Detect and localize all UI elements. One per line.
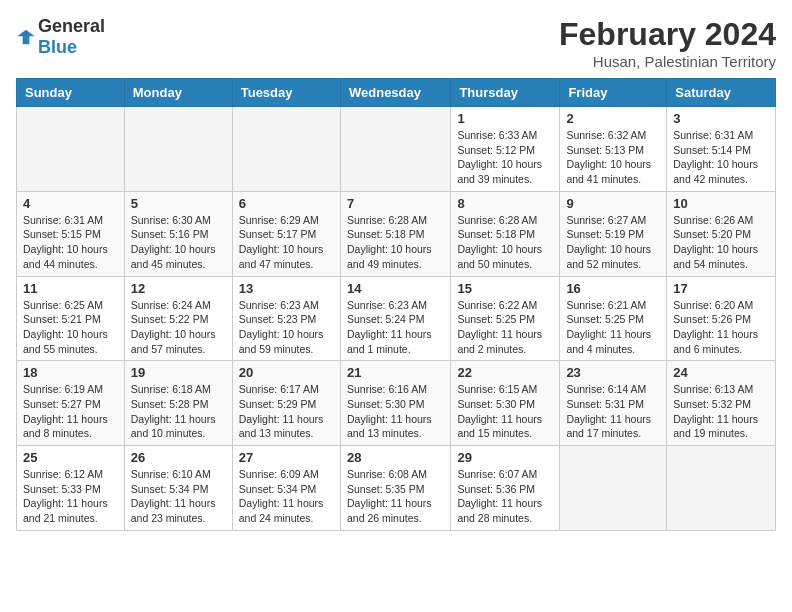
table-row: 29Sunrise: 6:07 AM Sunset: 5:36 PM Dayli…: [451, 446, 560, 531]
logo: General Blue: [16, 16, 105, 58]
table-row: 16Sunrise: 6:21 AM Sunset: 5:25 PM Dayli…: [560, 276, 667, 361]
day-info: Sunrise: 6:23 AM Sunset: 5:24 PM Dayligh…: [347, 298, 444, 357]
day-number: 12: [131, 281, 226, 296]
table-row: 9Sunrise: 6:27 AM Sunset: 5:19 PM Daylig…: [560, 191, 667, 276]
day-info: Sunrise: 6:16 AM Sunset: 5:30 PM Dayligh…: [347, 382, 444, 441]
header-thursday: Thursday: [451, 79, 560, 107]
day-number: 19: [131, 365, 226, 380]
table-row: [667, 446, 776, 531]
day-number: 28: [347, 450, 444, 465]
table-row: [124, 107, 232, 192]
day-info: Sunrise: 6:29 AM Sunset: 5:17 PM Dayligh…: [239, 213, 334, 272]
table-row: 20Sunrise: 6:17 AM Sunset: 5:29 PM Dayli…: [232, 361, 340, 446]
day-number: 16: [566, 281, 660, 296]
logo-bird-icon: [16, 27, 36, 47]
calendar-location: Husan, Palestinian Territory: [559, 53, 776, 70]
day-info: Sunrise: 6:12 AM Sunset: 5:33 PM Dayligh…: [23, 467, 118, 526]
day-info: Sunrise: 6:25 AM Sunset: 5:21 PM Dayligh…: [23, 298, 118, 357]
day-number: 5: [131, 196, 226, 211]
day-info: Sunrise: 6:13 AM Sunset: 5:32 PM Dayligh…: [673, 382, 769, 441]
day-number: 14: [347, 281, 444, 296]
calendar-week-3: 11Sunrise: 6:25 AM Sunset: 5:21 PM Dayli…: [17, 276, 776, 361]
day-number: 15: [457, 281, 553, 296]
table-row: 5Sunrise: 6:30 AM Sunset: 5:16 PM Daylig…: [124, 191, 232, 276]
day-info: Sunrise: 6:23 AM Sunset: 5:23 PM Dayligh…: [239, 298, 334, 357]
page-header: General Blue February 2024 Husan, Palest…: [16, 16, 776, 70]
day-number: 24: [673, 365, 769, 380]
day-info: Sunrise: 6:09 AM Sunset: 5:34 PM Dayligh…: [239, 467, 334, 526]
header-tuesday: Tuesday: [232, 79, 340, 107]
day-number: 25: [23, 450, 118, 465]
day-number: 26: [131, 450, 226, 465]
svg-marker-0: [17, 30, 34, 45]
calendar-week-2: 4Sunrise: 6:31 AM Sunset: 5:15 PM Daylig…: [17, 191, 776, 276]
day-number: 23: [566, 365, 660, 380]
table-row: 21Sunrise: 6:16 AM Sunset: 5:30 PM Dayli…: [340, 361, 450, 446]
calendar-week-4: 18Sunrise: 6:19 AM Sunset: 5:27 PM Dayli…: [17, 361, 776, 446]
table-row: [17, 107, 125, 192]
day-info: Sunrise: 6:28 AM Sunset: 5:18 PM Dayligh…: [457, 213, 553, 272]
table-row: 27Sunrise: 6:09 AM Sunset: 5:34 PM Dayli…: [232, 446, 340, 531]
title-block: February 2024 Husan, Palestinian Territo…: [559, 16, 776, 70]
table-row: 7Sunrise: 6:28 AM Sunset: 5:18 PM Daylig…: [340, 191, 450, 276]
header-saturday: Saturday: [667, 79, 776, 107]
day-number: 7: [347, 196, 444, 211]
table-row: 14Sunrise: 6:23 AM Sunset: 5:24 PM Dayli…: [340, 276, 450, 361]
day-number: 29: [457, 450, 553, 465]
table-row: 10Sunrise: 6:26 AM Sunset: 5:20 PM Dayli…: [667, 191, 776, 276]
calendar-title: February 2024: [559, 16, 776, 53]
table-row: 18Sunrise: 6:19 AM Sunset: 5:27 PM Dayli…: [17, 361, 125, 446]
table-row: 12Sunrise: 6:24 AM Sunset: 5:22 PM Dayli…: [124, 276, 232, 361]
day-number: 6: [239, 196, 334, 211]
day-number: 21: [347, 365, 444, 380]
day-number: 27: [239, 450, 334, 465]
day-info: Sunrise: 6:31 AM Sunset: 5:14 PM Dayligh…: [673, 128, 769, 187]
calendar-week-5: 25Sunrise: 6:12 AM Sunset: 5:33 PM Dayli…: [17, 446, 776, 531]
day-info: Sunrise: 6:24 AM Sunset: 5:22 PM Dayligh…: [131, 298, 226, 357]
day-info: Sunrise: 6:22 AM Sunset: 5:25 PM Dayligh…: [457, 298, 553, 357]
table-row: 15Sunrise: 6:22 AM Sunset: 5:25 PM Dayli…: [451, 276, 560, 361]
day-number: 17: [673, 281, 769, 296]
day-number: 18: [23, 365, 118, 380]
weekday-header-row: Sunday Monday Tuesday Wednesday Thursday…: [17, 79, 776, 107]
table-row: [560, 446, 667, 531]
day-number: 9: [566, 196, 660, 211]
logo-text-blue: Blue: [38, 37, 77, 57]
table-row: 22Sunrise: 6:15 AM Sunset: 5:30 PM Dayli…: [451, 361, 560, 446]
table-row: 2Sunrise: 6:32 AM Sunset: 5:13 PM Daylig…: [560, 107, 667, 192]
table-row: 1Sunrise: 6:33 AM Sunset: 5:12 PM Daylig…: [451, 107, 560, 192]
table-row: 17Sunrise: 6:20 AM Sunset: 5:26 PM Dayli…: [667, 276, 776, 361]
day-info: Sunrise: 6:31 AM Sunset: 5:15 PM Dayligh…: [23, 213, 118, 272]
table-row: 19Sunrise: 6:18 AM Sunset: 5:28 PM Dayli…: [124, 361, 232, 446]
day-number: 22: [457, 365, 553, 380]
day-info: Sunrise: 6:18 AM Sunset: 5:28 PM Dayligh…: [131, 382, 226, 441]
table-row: 23Sunrise: 6:14 AM Sunset: 5:31 PM Dayli…: [560, 361, 667, 446]
table-row: 26Sunrise: 6:10 AM Sunset: 5:34 PM Dayli…: [124, 446, 232, 531]
table-row: [340, 107, 450, 192]
header-sunday: Sunday: [17, 79, 125, 107]
calendar-week-1: 1Sunrise: 6:33 AM Sunset: 5:12 PM Daylig…: [17, 107, 776, 192]
day-number: 4: [23, 196, 118, 211]
day-number: 11: [23, 281, 118, 296]
day-info: Sunrise: 6:21 AM Sunset: 5:25 PM Dayligh…: [566, 298, 660, 357]
table-row: 13Sunrise: 6:23 AM Sunset: 5:23 PM Dayli…: [232, 276, 340, 361]
header-monday: Monday: [124, 79, 232, 107]
day-number: 20: [239, 365, 334, 380]
day-info: Sunrise: 6:19 AM Sunset: 5:27 PM Dayligh…: [23, 382, 118, 441]
day-info: Sunrise: 6:32 AM Sunset: 5:13 PM Dayligh…: [566, 128, 660, 187]
day-number: 2: [566, 111, 660, 126]
day-info: Sunrise: 6:33 AM Sunset: 5:12 PM Dayligh…: [457, 128, 553, 187]
calendar-table: Sunday Monday Tuesday Wednesday Thursday…: [16, 78, 776, 531]
day-number: 10: [673, 196, 769, 211]
day-info: Sunrise: 6:08 AM Sunset: 5:35 PM Dayligh…: [347, 467, 444, 526]
table-row: 4Sunrise: 6:31 AM Sunset: 5:15 PM Daylig…: [17, 191, 125, 276]
day-info: Sunrise: 6:20 AM Sunset: 5:26 PM Dayligh…: [673, 298, 769, 357]
day-info: Sunrise: 6:15 AM Sunset: 5:30 PM Dayligh…: [457, 382, 553, 441]
table-row: 11Sunrise: 6:25 AM Sunset: 5:21 PM Dayli…: [17, 276, 125, 361]
day-info: Sunrise: 6:17 AM Sunset: 5:29 PM Dayligh…: [239, 382, 334, 441]
table-row: 25Sunrise: 6:12 AM Sunset: 5:33 PM Dayli…: [17, 446, 125, 531]
table-row: 28Sunrise: 6:08 AM Sunset: 5:35 PM Dayli…: [340, 446, 450, 531]
day-info: Sunrise: 6:30 AM Sunset: 5:16 PM Dayligh…: [131, 213, 226, 272]
table-row: 8Sunrise: 6:28 AM Sunset: 5:18 PM Daylig…: [451, 191, 560, 276]
header-friday: Friday: [560, 79, 667, 107]
